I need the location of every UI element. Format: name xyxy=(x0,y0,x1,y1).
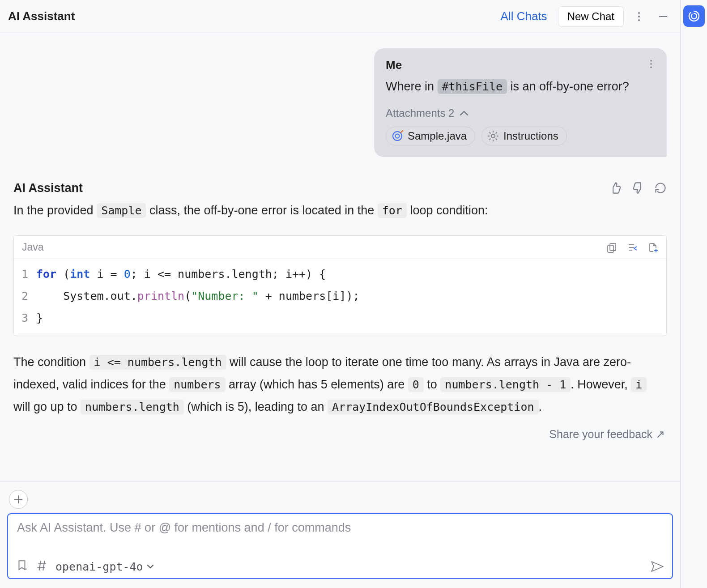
assistant-author-label: AI Assistant xyxy=(13,181,83,195)
svg-marker-33 xyxy=(652,562,663,571)
text-span: loop condition: xyxy=(407,204,488,217)
composer: openai-gpt-4o xyxy=(7,513,673,579)
inline-code: numbers.length - 1 xyxy=(440,377,571,392)
attachment-chip-file[interactable]: Sample.java xyxy=(386,127,475,145)
thumbs-up-icon[interactable] xyxy=(609,182,622,194)
thumbs-down-icon[interactable] xyxy=(632,182,644,194)
brand-icon[interactable] xyxy=(683,5,705,27)
bookmark-icon[interactable] xyxy=(16,559,28,574)
text-span: will go up to xyxy=(13,400,81,413)
attachment-chip-label: Sample.java xyxy=(408,130,467,142)
text-span: The condition xyxy=(13,355,89,369)
assistant-explanation: The condition i <= numbers.length will c… xyxy=(13,351,667,418)
text-span: In the provided xyxy=(13,204,97,217)
inline-code: 0 xyxy=(408,377,424,392)
chevron-up-icon xyxy=(460,110,468,116)
add-attachment-button[interactable] xyxy=(9,490,28,509)
gear-icon xyxy=(487,130,499,142)
send-button[interactable] xyxy=(651,561,664,572)
hash-icon[interactable] xyxy=(36,559,47,574)
inline-code: numbers xyxy=(169,377,225,392)
svg-point-4 xyxy=(650,60,652,62)
svg-point-2 xyxy=(638,19,640,21)
share-feedback-link[interactable]: Share your feedback ↗ xyxy=(13,428,665,441)
regenerate-icon[interactable] xyxy=(654,182,667,194)
svg-point-1 xyxy=(638,16,640,17)
svg-point-10 xyxy=(491,134,495,138)
attachments-toggle[interactable]: Attachments 2 xyxy=(386,107,655,119)
user-text-before: Where in xyxy=(386,80,438,93)
inline-code: i <= numbers.length xyxy=(89,355,226,370)
minimize-icon[interactable] xyxy=(654,8,672,26)
user-author-label: Me xyxy=(386,58,402,72)
svg-rect-19 xyxy=(610,243,616,251)
model-selector[interactable]: openai-gpt-4o xyxy=(55,560,154,573)
all-chats-link[interactable]: All Chats xyxy=(501,9,547,23)
insert-icon[interactable] xyxy=(627,242,638,253)
svg-line-15 xyxy=(490,132,491,133)
mention-chip[interactable]: #thisFile xyxy=(438,79,507,94)
inline-code: for xyxy=(378,203,407,218)
code-gutter: 123 xyxy=(14,259,34,335)
user-message-text: Where in #thisFile is an off-by-one erro… xyxy=(386,77,655,96)
panel-header: AI Assistant All Chats New Chat xyxy=(0,0,680,33)
code-block: Java 123 for (int i = 0; i <= numbers.le… xyxy=(13,235,667,336)
attachment-chip-label: Instructions xyxy=(503,130,558,142)
svg-line-9 xyxy=(400,130,403,133)
copy-icon[interactable] xyxy=(606,242,617,253)
assistant-message: AI Assistant In the provided Sample clas… xyxy=(13,181,667,441)
inline-code: Sample xyxy=(97,203,146,218)
attachments-label: Attachments 2 xyxy=(386,107,454,119)
target-icon xyxy=(392,130,403,142)
panel-title: AI Assistant xyxy=(8,9,75,23)
attachment-chip-instructions[interactable]: Instructions xyxy=(481,127,567,145)
user-message-bubble: Me Where in #thisFile is an off-by-one e… xyxy=(374,48,667,157)
text-span: array (which has 5 elements) are xyxy=(226,378,408,391)
assistant-intro-text: In the provided Sample class, the off-by… xyxy=(13,200,667,221)
model-name: openai-gpt-4o xyxy=(55,560,143,573)
chevron-down-icon xyxy=(147,564,154,569)
svg-point-5 xyxy=(650,63,652,65)
svg-line-32 xyxy=(43,561,44,571)
text-span: . However, xyxy=(571,378,631,391)
text-span: . xyxy=(539,400,542,413)
svg-point-8 xyxy=(396,134,400,138)
inline-code: i xyxy=(631,377,647,392)
user-text-after: is an off-by-one error? xyxy=(507,80,629,93)
inline-code: ArrayIndexOutOfBoundsException xyxy=(328,400,539,414)
svg-point-0 xyxy=(638,12,640,14)
svg-point-6 xyxy=(650,66,652,68)
svg-rect-20 xyxy=(608,245,613,252)
svg-line-31 xyxy=(39,561,41,571)
create-file-icon[interactable] xyxy=(647,242,658,253)
text-span: (which is 5), leading to an xyxy=(184,400,328,413)
new-chat-button[interactable]: New Chat xyxy=(558,6,624,27)
code-language-label: Java xyxy=(22,241,44,253)
code-content: for (int i = 0; i <= numbers.length; i++… xyxy=(34,259,666,335)
inline-code: numbers.length xyxy=(81,400,184,414)
message-more-icon[interactable] xyxy=(647,59,655,72)
text-span: class, the off-by-one error is located i… xyxy=(146,204,377,217)
svg-line-18 xyxy=(490,138,491,140)
more-icon[interactable] xyxy=(630,8,648,26)
message-input[interactable] xyxy=(16,520,664,535)
svg-line-16 xyxy=(496,138,497,140)
svg-line-17 xyxy=(496,132,497,133)
composer-area: openai-gpt-4o xyxy=(0,481,680,588)
right-rail xyxy=(680,0,707,588)
text-span: to xyxy=(424,378,441,391)
